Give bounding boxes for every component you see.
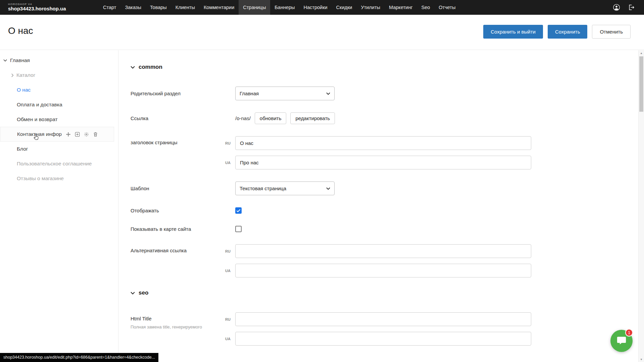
display-checkbox[interactable] <box>235 207 242 214</box>
move-icon[interactable] <box>66 132 71 137</box>
lang-row-ru: RU <box>235 312 531 326</box>
field-label: Отображать <box>131 208 235 213</box>
sidebar-item-exchange-return[interactable]: Обмен и возврат <box>0 112 118 127</box>
sitemap-checkbox[interactable] <box>235 226 242 232</box>
sidebar-item-catalog[interactable]: Каталог <box>0 68 118 83</box>
field-label: Html Title <box>131 316 235 321</box>
lang-tag-ru: RU <box>225 141 235 145</box>
lang-tag-ua: UA <box>225 269 235 273</box>
lang-tag-ru: RU <box>225 317 235 321</box>
chevron-down-icon <box>131 66 135 69</box>
form-row-alt-link: Альтернативная ссылка RU UA <box>131 244 638 277</box>
field-hint: Полная замена title, генерируемого <box>131 324 235 329</box>
sidebar-item-contact-info[interactable]: Контактная инфор <box>0 127 114 142</box>
form-row-sitemap: Показывать в карте сайта <box>131 226 638 232</box>
page-title-ru-input[interactable] <box>235 136 531 150</box>
sidebar-item-label: Пользовательское соглашение <box>17 161 92 167</box>
lang-row-ua: UA <box>235 332 531 346</box>
scroll-up-arrow[interactable]: ▲ <box>639 50 644 56</box>
select-value: Текстовая страница <box>240 186 286 191</box>
chevron-down-icon[interactable] <box>3 59 7 62</box>
nav-seo[interactable]: Seo <box>417 0 435 15</box>
sidebar-item-user-agreement[interactable]: Пользовательское соглашение <box>0 156 118 171</box>
edit-link-button[interactable]: редактировать <box>290 112 335 124</box>
section-common-header[interactable]: common <box>131 64 638 70</box>
parent-section-select[interactable]: Главная <box>235 87 335 100</box>
vertical-scrollbar[interactable]: ▲ ▼ <box>638 50 644 362</box>
page-edit-form: common Родительский раздел Главная Ссылк… <box>118 50 638 362</box>
sidebar-item-label: Отзывы о магазине <box>17 175 64 182</box>
sidebar-item-about[interactable]: О нас <box>0 83 118 97</box>
scrollbar-thumb[interactable] <box>639 56 643 112</box>
brand-logo[interactable]: HOROSHOP V4 shop34423.horoshop.ua <box>8 3 79 11</box>
field-label: Ссылка <box>131 115 235 121</box>
save-and-exit-button[interactable]: Сохранить и выйти <box>483 25 543 39</box>
status-url-tooltip: shop34423.horoshop.ua/edit/edit.php?id=6… <box>0 353 158 362</box>
trash-icon[interactable] <box>93 132 98 137</box>
nav-comments[interactable]: Комментарии <box>199 0 239 15</box>
lang-row-ru: RU <box>235 244 531 258</box>
gear-icon[interactable] <box>84 132 89 137</box>
nav-products[interactable]: Товары <box>146 0 171 15</box>
sidebar-item-home[interactable]: Главная <box>0 53 118 68</box>
nav-discounts[interactable]: Скидки <box>332 0 357 15</box>
chevron-down-icon <box>326 187 330 190</box>
nav-banners[interactable]: Баннеры <box>270 0 299 15</box>
link-controls: /o-nas/ обновить редактировать <box>235 112 335 124</box>
nav-reports[interactable]: Отчеты <box>434 0 460 15</box>
scroll-down-arrow[interactable]: ▼ <box>639 357 644 362</box>
lang-inputs: RU UA <box>235 244 531 277</box>
form-row-link: Ссылка /o-nas/ обновить редактировать <box>131 112 638 124</box>
page-title-ua-input[interactable] <box>235 156 531 169</box>
form-row-parent-section: Родительский раздел Главная <box>131 87 638 100</box>
lang-tag-ua: UA <box>225 337 235 341</box>
nav-settings[interactable]: Настройки <box>299 0 332 15</box>
nav-clients[interactable]: Клиенты <box>171 0 199 15</box>
main-menu: Старт Заказы Товары Клиенты Комментарии … <box>99 0 460 15</box>
chevron-right-icon[interactable] <box>11 73 14 77</box>
alt-link-ru-input[interactable] <box>235 244 531 258</box>
save-button[interactable]: Сохранить <box>548 25 588 39</box>
sidebar-item-label: Блог <box>17 146 28 152</box>
html-title-ua-input[interactable] <box>235 332 531 346</box>
chat-unread-badge: 1 <box>625 329 633 337</box>
add-page-icon[interactable] <box>75 132 80 137</box>
sidebar-item-label: Контактная инфор <box>17 131 62 137</box>
brand-domain: shop34423.horoshop.ua <box>8 6 79 12</box>
chat-bubble-icon <box>616 335 627 347</box>
section-seo-header[interactable]: seo <box>131 290 638 296</box>
sidebar-item-label: Каталог <box>16 72 35 78</box>
field-label: Родительский раздел <box>131 91 235 96</box>
link-path-value: /o-nas/ <box>235 115 251 121</box>
form-row-page-title: заголовок страницы RU UA <box>131 136 638 169</box>
refresh-link-button[interactable]: обновить <box>255 112 287 124</box>
form-row-template: Шаблон Текстовая страница <box>131 182 638 195</box>
sidebar-item-payment-delivery[interactable]: Оплата и доставка <box>0 97 118 112</box>
sidebar-item-blog[interactable]: Блог <box>0 142 118 156</box>
lang-tag-ru: RU <box>225 249 235 253</box>
chat-widget-button[interactable]: 1 <box>610 330 633 352</box>
field-label: заголовок страницы <box>131 136 235 145</box>
html-title-ru-input[interactable] <box>235 312 531 326</box>
sidebar-item-label: Главная <box>10 57 30 63</box>
page-header: О нас Сохранить и выйти Сохранить Отмени… <box>0 15 644 50</box>
lang-row-ua: UA <box>235 264 531 277</box>
lang-row-ru: RU <box>235 136 531 150</box>
cancel-button[interactable]: Отменить <box>592 25 631 39</box>
form-row-html-title: Html Title Полная замена title, генериру… <box>131 312 638 346</box>
logout-icon[interactable] <box>627 3 635 11</box>
nav-pages[interactable]: Страницы <box>239 0 270 15</box>
nav-start[interactable]: Старт <box>99 0 120 15</box>
nav-orders[interactable]: Заказы <box>120 0 145 15</box>
account-icon[interactable] <box>612 3 621 11</box>
template-select[interactable]: Текстовая страница <box>235 182 335 195</box>
alt-link-ua-input[interactable] <box>235 264 531 277</box>
nav-marketing[interactable]: Маркетинг <box>385 0 417 15</box>
chevron-down-icon <box>326 92 330 95</box>
top-navbar: HOROSHOP V4 shop34423.horoshop.ua Старт … <box>0 0 644 15</box>
sidebar-item-store-reviews[interactable]: Отзывы о магазине <box>0 171 118 186</box>
nav-utilities[interactable]: Утилиты <box>356 0 385 15</box>
field-label: Показывать в карте сайта <box>131 226 235 232</box>
tree-item-tools <box>66 132 98 137</box>
section-seo-label: seo <box>139 290 148 296</box>
